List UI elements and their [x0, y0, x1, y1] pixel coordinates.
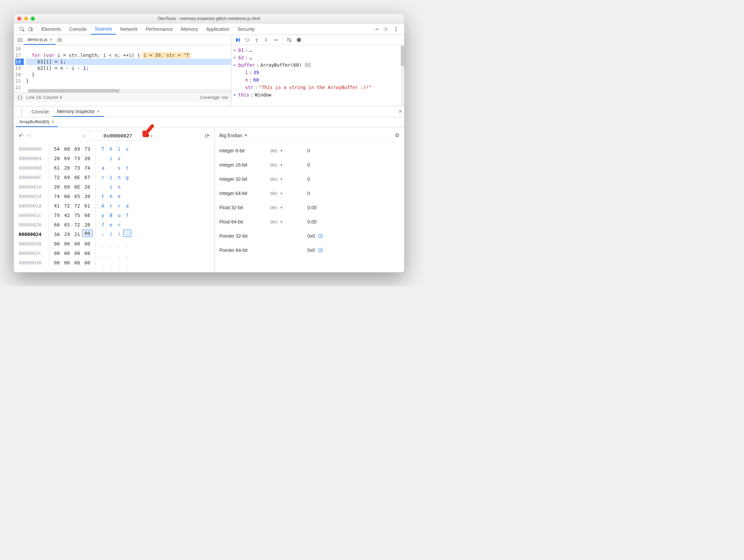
svg-point-5 [396, 28, 396, 29]
debugger-pane: ▶b1: … ▶b2: … ▶buffer: ArrayBuffer(60) i… [232, 35, 404, 106]
cursor-position: Line 18, Column 5 [26, 95, 62, 100]
svg-point-11 [256, 41, 257, 42]
run-snippet-icon[interactable] [57, 37, 62, 43]
pause-on-exceptions-icon[interactable] [296, 37, 302, 43]
svg-rect-9 [239, 38, 239, 42]
window-title: DevTools - memory-inspector.glitch.me/de… [14, 16, 404, 21]
tab-console[interactable]: Console [65, 23, 90, 35]
next-page-icon[interactable]: › [149, 133, 155, 139]
editor-status-bar: {} Line 18, Column 5 Coverage: n/a [14, 92, 231, 102]
drawer-tab-bar: ⋮ Console Memory Inspector × × [14, 106, 404, 117]
svg-point-17 [319, 234, 323, 238]
svg-point-12 [266, 38, 266, 39]
refresh-icon[interactable]: ⟳ [205, 132, 210, 139]
memory-inspector-tabs: ArrayBuffer(60) × [14, 117, 404, 127]
debugger-toolbar [232, 35, 404, 45]
address-input[interactable] [89, 131, 147, 141]
step-over-icon[interactable] [244, 37, 250, 43]
pretty-print-icon[interactable]: {} [17, 95, 23, 100]
prev-page-icon[interactable]: ‹ [81, 133, 87, 139]
kebab-menu-icon[interactable] [393, 26, 399, 32]
reveal-in-memory-icon[interactable] [305, 63, 310, 67]
value-row: Float 32-bitdec▼0.00 [219, 200, 399, 215]
jump-to-address-icon[interactable] [318, 233, 323, 239]
svg-point-3 [385, 28, 387, 30]
sources-panel: demo-js.js × 16171819202122 for (var i =… [14, 35, 404, 106]
settings-icon[interactable] [383, 26, 389, 32]
tab-security[interactable]: Security [234, 23, 259, 35]
value-row: Integer 64-bitdec▼0 [219, 186, 399, 200]
jump-to-address-icon[interactable] [318, 247, 323, 253]
editor-pane: demo-js.js × 16171819202122 for (var i =… [14, 35, 232, 106]
value-settings-icon[interactable]: ⚙ [395, 132, 399, 138]
tab-memory[interactable]: Memory [177, 23, 202, 35]
history-forward-icon[interactable]: ↷ [26, 133, 31, 139]
svg-point-14 [297, 38, 301, 42]
svg-point-4 [396, 27, 396, 28]
device-toolbar-icon[interactable] [28, 26, 34, 32]
close-tab-icon[interactable]: × [49, 37, 52, 42]
devtools-window: DevTools - memory-inspector.glitch.me/de… [14, 14, 404, 273]
deactivate-breakpoints-icon[interactable] [287, 37, 292, 43]
navigator-toggle-icon[interactable] [17, 37, 23, 43]
memory-buffer-tab[interactable]: ArrayBuffer(60) × [16, 117, 58, 127]
close-drawer-icon[interactable]: × [398, 108, 402, 115]
history-back-icon[interactable]: ↶ [19, 133, 23, 139]
svg-rect-15 [298, 39, 299, 41]
main-tab-bar: ElementsConsoleSourcesNetworkPerformance… [14, 23, 404, 35]
value-row: Integer 32-bitdec▼0 [219, 172, 399, 186]
svg-point-6 [396, 30, 396, 31]
step-icon[interactable] [273, 37, 278, 43]
code-editor[interactable]: 16171819202122 for (var i = str.length; … [14, 45, 231, 92]
value-row: Integer 16-bitdec▼0 [219, 158, 399, 172]
file-tab-label: demo-js.js [27, 37, 47, 42]
tab-elements[interactable]: Elements [37, 23, 65, 35]
step-into-icon[interactable] [254, 37, 259, 43]
svg-point-18 [319, 248, 323, 252]
tab-application[interactable]: Application [202, 23, 234, 35]
scope-variables[interactable]: ▶b1: … ▶b2: … ▶buffer: ArrayBuffer(60) i… [232, 45, 404, 106]
horizontal-scrollbar[interactable] [28, 89, 231, 92]
coverage-status: Coverage: n/a [200, 95, 228, 100]
file-tab-bar: demo-js.js × [14, 35, 231, 45]
value-row: Pointer 64-bit0x0 [219, 243, 399, 257]
tab-network[interactable]: Network [116, 23, 141, 35]
drawer-tab-memory-inspector[interactable]: Memory Inspector × [53, 106, 104, 117]
drawer-tab-console[interactable]: Console [27, 106, 53, 117]
value-row: Float 64-bitdec▼0.00 [219, 215, 399, 229]
more-tabs-icon[interactable]: » [373, 26, 378, 32]
file-tab[interactable]: demo-js.js × [24, 35, 56, 45]
svg-rect-16 [299, 39, 300, 41]
drawer-menu-icon[interactable]: ⋮ [16, 108, 27, 115]
value-row: Integer 8-bitdec▼0 [219, 144, 399, 158]
vertical-scrollbar[interactable] [401, 45, 404, 106]
resume-icon[interactable] [235, 37, 240, 43]
hex-viewer: ↶ ↷ ‹ › ⟳ 0000000054686973This0000000420… [14, 127, 215, 272]
svg-point-10 [247, 41, 247, 42]
memory-inspector-body: ↶ ↷ ‹ › ⟳ 0000000054686973This0000000420… [14, 127, 404, 272]
tab-performance[interactable]: Performance [141, 23, 177, 35]
inspect-element-icon[interactable] [19, 26, 25, 32]
svg-point-13 [277, 40, 278, 40]
memory-nav-bar: ↶ ↷ ‹ › ⟳ [19, 131, 210, 141]
tab-sources[interactable]: Sources [91, 23, 116, 35]
endianness-select[interactable]: Big Endian ▼ [219, 133, 248, 138]
value-row: Pointer 32-bit0x0 [219, 229, 399, 243]
value-interpreter: Big Endian ▼ ⚙ Integer 8-bitdec▼0Integer… [215, 127, 404, 272]
close-buffer-tab-icon[interactable]: × [51, 119, 54, 125]
titlebar: DevTools - memory-inspector.glitch.me/de… [14, 14, 404, 23]
step-out-icon[interactable] [263, 37, 269, 43]
close-drawer-tab-icon[interactable]: × [97, 109, 100, 114]
svg-rect-7 [18, 38, 22, 41]
hex-table[interactable]: 0000000054686973This0000000420697320 is … [19, 144, 210, 267]
